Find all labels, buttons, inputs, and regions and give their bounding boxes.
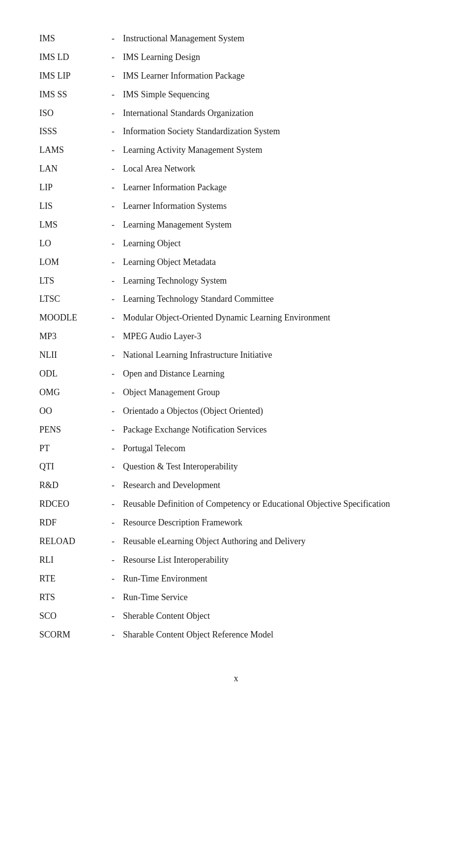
abbreviation: RDF xyxy=(39,514,103,532)
table-row: MP3-MPEG Audio Layer-3 xyxy=(39,327,433,346)
table-row: LTSC-Learning Technology Standard Commit… xyxy=(39,290,433,309)
abbreviation: OMG xyxy=(39,383,103,402)
table-row: LAN-Local Area Network xyxy=(39,160,433,178)
abbreviation: IMS LD xyxy=(39,48,103,67)
table-row: LO-Learning Object xyxy=(39,234,433,253)
abbreviation: MOODLE xyxy=(39,309,103,327)
table-row: LOM-Learning Object Metadata xyxy=(39,253,433,272)
description: Open and Distance Learning xyxy=(123,365,433,383)
abbreviation: LIS xyxy=(39,197,103,216)
acronym-table: IMS-Instructional Management SystemIMS L… xyxy=(39,29,433,644)
description: Portugal Telecom xyxy=(123,439,433,458)
abbreviation: IMS LIP xyxy=(39,67,103,86)
table-row: NLII-National Learning Infrastructure In… xyxy=(39,346,433,365)
table-row: QTI-Question & Test Interoperability xyxy=(39,458,433,476)
table-row: ISSS-Information Society Standardization… xyxy=(39,122,433,141)
description: IMS Simple Sequencing xyxy=(123,86,433,104)
dash-separator: - xyxy=(103,588,123,607)
table-row: SCORM-Sharable Content Object Reference … xyxy=(39,626,433,644)
dash-separator: - xyxy=(103,532,123,551)
dash-separator: - xyxy=(103,86,123,104)
dash-separator: - xyxy=(103,216,123,234)
description: Reusable Definition of Competency or Edu… xyxy=(123,495,433,514)
description: MPEG Audio Layer-3 xyxy=(123,327,433,346)
description: IMS Learner Information Package xyxy=(123,67,433,86)
dash-separator: - xyxy=(103,234,123,253)
abbreviation: PENS xyxy=(39,421,103,439)
dash-separator: - xyxy=(103,29,123,48)
description: Object Management Group xyxy=(123,383,433,402)
table-row: IMS LD-IMS Learning Design xyxy=(39,48,433,67)
abbreviation: QTI xyxy=(39,458,103,476)
table-row: RTE-Run-Time Environment xyxy=(39,570,433,588)
table-row: LAMS-Learning Activity Management System xyxy=(39,141,433,160)
abbreviation: PT xyxy=(39,439,103,458)
table-row: RLI-Resourse List Interoperability xyxy=(39,551,433,570)
abbreviation: IMS xyxy=(39,29,103,48)
abbreviation: ISO xyxy=(39,104,103,123)
description: Run-Time Environment xyxy=(123,570,433,588)
abbreviation: LO xyxy=(39,234,103,253)
dash-separator: - xyxy=(103,104,123,123)
dash-separator: - xyxy=(103,197,123,216)
dash-separator: - xyxy=(103,346,123,365)
description: Learning Technology Standard Committee xyxy=(123,290,433,309)
description: Question & Test Interoperability xyxy=(123,458,433,476)
description: International Standards Organization xyxy=(123,104,433,123)
abbreviation: LIP xyxy=(39,178,103,197)
abbreviation: LTS xyxy=(39,272,103,290)
dash-separator: - xyxy=(103,178,123,197)
abbreviation: ODL xyxy=(39,365,103,383)
dash-separator: - xyxy=(103,402,123,421)
description: Resourse List Interoperability xyxy=(123,551,433,570)
description: Reusable eLearning Object Authoring and … xyxy=(123,532,433,551)
dash-separator: - xyxy=(103,439,123,458)
dash-separator: - xyxy=(103,309,123,327)
description: Learning Activity Management System xyxy=(123,141,433,160)
table-row: ISO-International Standards Organization xyxy=(39,104,433,123)
description: Learning Object xyxy=(123,234,433,253)
table-row: LTS-Learning Technology System xyxy=(39,272,433,290)
dash-separator: - xyxy=(103,272,123,290)
description: Learning Management System xyxy=(123,216,433,234)
dash-separator: - xyxy=(103,551,123,570)
dash-separator: - xyxy=(103,67,123,86)
dash-separator: - xyxy=(103,570,123,588)
description: Run-Time Service xyxy=(123,588,433,607)
description: Instructional Management System xyxy=(123,29,433,48)
dash-separator: - xyxy=(103,514,123,532)
dash-separator: - xyxy=(103,122,123,141)
abbreviation: RLI xyxy=(39,551,103,570)
table-row: MOODLE-Modular Object-Oriented Dynamic L… xyxy=(39,309,433,327)
abbreviation: RTS xyxy=(39,588,103,607)
abbreviation: ISSS xyxy=(39,122,103,141)
table-row: LIS-Learner Information Systems xyxy=(39,197,433,216)
table-row: OMG-Object Management Group xyxy=(39,383,433,402)
dash-separator: - xyxy=(103,495,123,514)
table-row: RTS-Run-Time Service xyxy=(39,588,433,607)
abbreviation: RDCEO xyxy=(39,495,103,514)
table-row: LIP-Learner Information Package xyxy=(39,178,433,197)
abbreviation: LMS xyxy=(39,216,103,234)
description: IMS Learning Design xyxy=(123,48,433,67)
table-row: SCO-Sherable Content Object xyxy=(39,607,433,626)
dash-separator: - xyxy=(103,253,123,272)
abbreviation: SCO xyxy=(39,607,103,626)
description: Sharable Content Object Reference Model xyxy=(123,626,433,644)
table-row: IMS SS-IMS Simple Sequencing xyxy=(39,86,433,104)
dash-separator: - xyxy=(103,607,123,626)
dash-separator: - xyxy=(103,327,123,346)
abbreviation: LAN xyxy=(39,160,103,178)
description: National Learning Infrastructure Initiat… xyxy=(123,346,433,365)
abbreviation: LOM xyxy=(39,253,103,272)
dash-separator: - xyxy=(103,626,123,644)
description: Resource Description Framework xyxy=(123,514,433,532)
description: Information Society Standardization Syst… xyxy=(123,122,433,141)
abbreviation: SCORM xyxy=(39,626,103,644)
description: Orientado a Objectos (Object Oriented) xyxy=(123,402,433,421)
table-row: R&D-Research and Development xyxy=(39,476,433,495)
table-row: IMS LIP-IMS Learner Information Package xyxy=(39,67,433,86)
dash-separator: - xyxy=(103,141,123,160)
abbreviation: LTSC xyxy=(39,290,103,309)
abbreviation: NLII xyxy=(39,346,103,365)
